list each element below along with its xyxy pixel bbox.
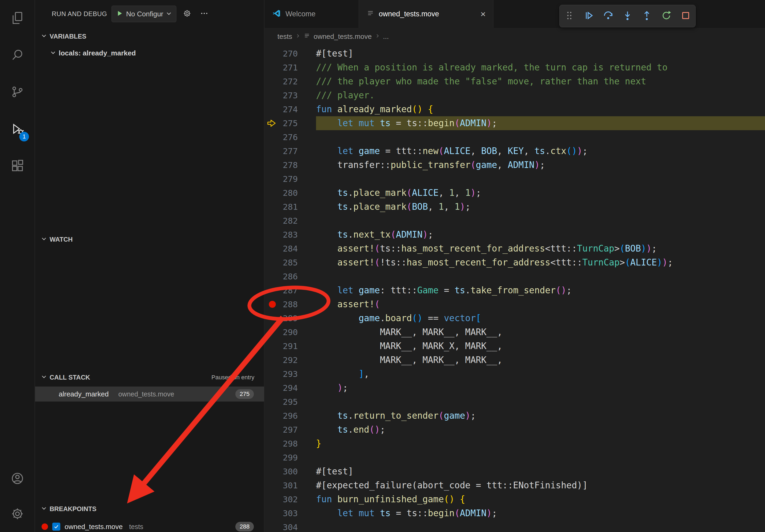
step-over-button[interactable] xyxy=(599,7,617,25)
launch-config-dropdown[interactable]: No Configur xyxy=(112,6,177,22)
activity-account[interactable] xyxy=(0,461,35,497)
code-text[interactable]: ts.place_mark(ALICE, 1, 1); xyxy=(316,186,765,200)
variables-locals-scope[interactable]: locals: already_marked xyxy=(35,45,264,61)
gutter[interactable]: 295 xyxy=(265,395,316,409)
gutter[interactable]: 292 xyxy=(265,353,316,367)
step-out-button[interactable] xyxy=(638,7,656,25)
gutter[interactable]: 274 xyxy=(265,102,316,116)
gutter[interactable]: 287 xyxy=(265,283,316,297)
gutter[interactable]: 298 xyxy=(265,437,316,450)
gutter[interactable]: 296 xyxy=(265,409,316,423)
breakpoint-dot-icon[interactable] xyxy=(269,301,276,308)
code-text[interactable]: ts.next_tx(ADMIN); xyxy=(316,228,765,242)
code-text[interactable]: ts.place_mark(BOB, 1, 1); xyxy=(316,200,765,214)
tab-owned-tests[interactable]: owned_tests.move × xyxy=(359,0,493,28)
code-text[interactable]: let game = ttt::new(ALICE, BOB, KEY, ts.… xyxy=(316,144,765,158)
code-text[interactable] xyxy=(316,172,765,186)
gutter[interactable]: 288 xyxy=(265,297,316,311)
code-text[interactable]: let mut ts = ts::begin(ADMIN); xyxy=(316,116,765,130)
gutter[interactable]: 301 xyxy=(265,478,316,492)
code-text[interactable]: game.board() == vector[ xyxy=(316,311,765,325)
code-text[interactable]: let mut ts = ts::begin(ADMIN); xyxy=(316,506,765,520)
gutter[interactable]: 273 xyxy=(265,89,316,102)
section-watch[interactable]: WATCH xyxy=(35,231,264,248)
activity-explorer[interactable] xyxy=(0,0,35,37)
activity-run-debug[interactable]: 1 xyxy=(0,111,35,148)
code-text[interactable]: /// the player who made the "false" move… xyxy=(316,75,765,89)
stop-button[interactable] xyxy=(677,7,694,25)
step-into-button[interactable] xyxy=(619,7,636,25)
gutter[interactable]: 290 xyxy=(265,325,316,339)
code-text[interactable] xyxy=(316,395,765,409)
code-text[interactable]: ); xyxy=(316,381,765,395)
code-text[interactable] xyxy=(316,520,765,532)
code-text[interactable]: #[test] xyxy=(316,464,765,478)
code-text[interactable]: ts.return_to_sender(game); xyxy=(316,409,765,423)
code-editor[interactable]: 270#[test]271/// When a position is alre… xyxy=(265,45,765,532)
gutter[interactable]: 278 xyxy=(265,158,316,172)
gutter[interactable]: 294 xyxy=(265,381,316,395)
section-call-stack[interactable]: CALL STACK Paused on entry xyxy=(35,369,264,386)
gutter[interactable]: 277 xyxy=(265,144,316,158)
activity-source-control[interactable] xyxy=(0,74,35,111)
code-text[interactable]: ], xyxy=(316,367,765,381)
continue-button[interactable] xyxy=(580,7,597,25)
gutter[interactable]: 279 xyxy=(265,172,316,186)
breadcrumb-folder[interactable]: tests xyxy=(278,32,292,41)
breakpoint-checkbox[interactable] xyxy=(52,523,60,531)
code-text[interactable]: /// player. xyxy=(316,89,765,102)
gutter[interactable]: 276 xyxy=(265,130,316,144)
breadcrumb-file[interactable]: owned_tests.move xyxy=(314,32,372,41)
code-text[interactable]: #[expected_failure(abort_code = ttt::ENo… xyxy=(316,478,765,492)
code-text[interactable]: assert!(ts::has_most_recent_for_address<… xyxy=(316,242,765,256)
gutter[interactable]: 272 xyxy=(265,75,316,89)
gutter[interactable]: 293 xyxy=(265,367,316,381)
gutter[interactable]: 280 xyxy=(265,186,316,200)
view-more-actions[interactable] xyxy=(198,8,211,20)
gutter[interactable]: 281 xyxy=(265,200,316,214)
code-text[interactable]: #[test] xyxy=(316,47,765,61)
toolbar-drag-handle[interactable] xyxy=(560,7,578,25)
code-text[interactable]: fun burn_unfinished_game() { xyxy=(316,492,765,506)
gutter[interactable]: 300 xyxy=(265,464,316,478)
code-text[interactable]: MARK__, MARK__, MARK__, xyxy=(316,353,765,367)
code-text[interactable]: assert!( xyxy=(316,297,765,311)
call-stack-frame[interactable]: already_marked owned_tests.move 275 xyxy=(35,387,264,401)
gutter[interactable]: 291 xyxy=(265,339,316,353)
gutter[interactable]: 304 xyxy=(265,520,316,532)
gutter[interactable]: 303 xyxy=(265,506,316,520)
gutter[interactable]: 289 xyxy=(265,311,316,325)
close-icon[interactable]: × xyxy=(480,9,486,19)
code-text[interactable]: transfer::public_transfer(game, ADMIN); xyxy=(316,158,765,172)
gutter[interactable]: 299 xyxy=(265,450,316,464)
restart-button[interactable] xyxy=(657,7,675,25)
code-text[interactable] xyxy=(316,214,765,228)
code-text[interactable] xyxy=(316,269,765,283)
section-variables[interactable]: VARIABLES xyxy=(35,28,264,45)
activity-extensions[interactable] xyxy=(0,148,35,185)
gutter[interactable]: 271 xyxy=(265,61,316,75)
activity-settings[interactable] xyxy=(0,497,35,532)
code-text[interactable]: ts.end(); xyxy=(316,423,765,437)
code-text[interactable]: assert!(!ts::has_most_recent_for_address… xyxy=(316,256,765,269)
breadcrumb-symbol[interactable]: ... xyxy=(383,32,389,41)
code-text[interactable]: } xyxy=(316,437,765,450)
code-text[interactable] xyxy=(316,450,765,464)
gutter[interactable]: 285 xyxy=(265,256,316,269)
tab-welcome[interactable]: Welcome xyxy=(265,0,359,28)
code-text[interactable] xyxy=(316,130,765,144)
code-text[interactable]: let game: ttt::Game = ts.take_from_sende… xyxy=(316,283,765,297)
gutter[interactable]: 275 xyxy=(265,116,316,130)
code-text[interactable]: fun already_marked() { xyxy=(316,102,765,116)
code-text[interactable]: MARK__, MARK_X, MARK__, xyxy=(316,339,765,353)
gutter[interactable]: 297 xyxy=(265,423,316,437)
gutter[interactable]: 270 xyxy=(265,47,316,61)
gutter[interactable]: 286 xyxy=(265,269,316,283)
code-text[interactable]: MARK__, MARK__, MARK__, xyxy=(316,325,765,339)
debug-settings-gear[interactable] xyxy=(181,8,194,20)
gutter[interactable]: 302 xyxy=(265,492,316,506)
activity-search[interactable] xyxy=(0,37,35,74)
section-breakpoints[interactable]: BREAKPOINTS xyxy=(35,500,264,518)
gutter[interactable]: 284 xyxy=(265,242,316,256)
gutter[interactable]: 282 xyxy=(265,214,316,228)
